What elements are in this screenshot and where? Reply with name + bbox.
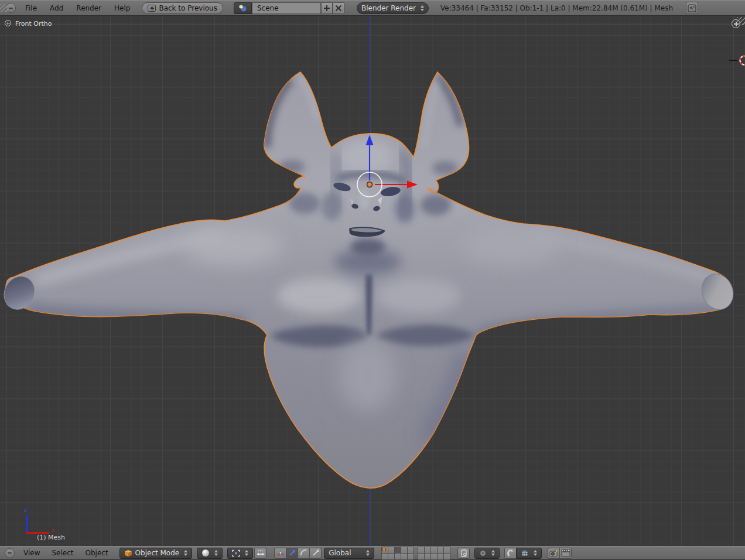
menu-add[interactable]: Add xyxy=(44,4,69,12)
scene-name-value: Scene xyxy=(257,4,279,12)
add-scene-button[interactable] xyxy=(321,2,333,14)
layer-toggle-5[interactable] xyxy=(408,547,413,553)
back-arrow-icon xyxy=(148,5,156,12)
view-name-label: Front Ortho xyxy=(15,20,52,28)
gizmo-z-axis xyxy=(26,515,28,532)
chevron-updown-icon xyxy=(491,550,495,556)
plus-icon xyxy=(323,5,330,12)
gizmo-x-label: x xyxy=(52,527,54,533)
viewport-header: View Select Object Object Mode xyxy=(0,546,745,560)
pivot-point-icon xyxy=(232,549,240,557)
back-to-previous-label: Back to Previous xyxy=(159,4,217,12)
scale-manipulator-toggle[interactable] xyxy=(309,548,322,559)
chevron-updown-icon xyxy=(184,550,187,556)
layer-toggle-17[interactable] xyxy=(425,554,430,559)
shading-sphere-icon xyxy=(201,549,210,557)
layer-toggle-15[interactable] xyxy=(408,554,413,559)
chevron-updown-icon xyxy=(366,550,370,556)
proportional-circle-icon xyxy=(479,549,487,557)
translate-manipulator-toggle[interactable] xyxy=(286,548,298,559)
scene-datablock-icon xyxy=(238,4,247,12)
cursor-3d xyxy=(729,56,745,65)
unlink-scene-button[interactable] xyxy=(333,2,344,14)
layer-toggle-11[interactable] xyxy=(382,554,388,559)
menu-object[interactable]: Object xyxy=(80,549,114,557)
layer-toggle-9[interactable] xyxy=(438,547,443,553)
lock-icon xyxy=(460,549,467,557)
pivot-point-select[interactable] xyxy=(227,548,253,559)
orientation-value: Global xyxy=(329,549,351,557)
snap-element-select[interactable] xyxy=(516,548,542,559)
menu-view[interactable]: View xyxy=(18,549,45,557)
layer-toggle-8[interactable] xyxy=(431,547,437,553)
gizmo-z-label: z xyxy=(24,507,27,513)
viewport-shading-select[interactable] xyxy=(197,548,223,559)
transform-orientation-select[interactable]: Global xyxy=(324,548,374,559)
proportional-edit-select[interactable] xyxy=(474,548,500,559)
clapperboard-icon xyxy=(561,549,570,557)
layer-toggle-18[interactable] xyxy=(431,554,437,559)
opengl-render-anim-button[interactable] xyxy=(559,548,572,559)
render-engine-select[interactable]: Blender Render xyxy=(357,2,429,14)
screen-layout-button[interactable] xyxy=(686,2,698,14)
layer-toggle-20[interactable] xyxy=(444,554,450,559)
layer-toggle-6[interactable] xyxy=(418,547,424,553)
magnet-icon xyxy=(507,549,514,557)
layers-group-1[interactable] xyxy=(381,547,414,560)
menu-select[interactable]: Select xyxy=(46,549,78,557)
layer-toggle-3[interactable] xyxy=(395,547,401,553)
rotate-arc-icon xyxy=(300,549,308,557)
blender-window: File Add Render Help Back to Previous Sc… xyxy=(0,0,745,560)
screen-layout-icon xyxy=(688,4,696,12)
snap-toggle[interactable] xyxy=(504,548,517,559)
layer-toggle-1[interactable] xyxy=(382,547,388,553)
snap-element-icon xyxy=(521,549,529,557)
cube-icon xyxy=(124,549,132,557)
object-origin-dot xyxy=(367,182,372,187)
layer-toggle-12[interactable] xyxy=(388,554,394,559)
manipulate-centers-toggle[interactable] xyxy=(254,548,266,559)
layer-toggle-10[interactable] xyxy=(444,547,450,553)
layer-toggle-7[interactable] xyxy=(425,547,430,553)
rotate-manipulator-toggle[interactable] xyxy=(298,548,310,559)
view-manipulator-icon xyxy=(5,20,11,26)
mode-value: Object Mode xyxy=(135,549,180,557)
layer-toggle-19[interactable] xyxy=(438,554,443,559)
manipulator-toggle[interactable] xyxy=(274,548,286,559)
layer-toggle-13[interactable] xyxy=(395,554,401,559)
area-corner-grip[interactable] xyxy=(0,4,8,12)
gizmo-x-axis xyxy=(26,532,49,534)
scene-browse-button[interactable] xyxy=(234,2,252,14)
chevron-updown-icon xyxy=(421,5,424,11)
scene-statistics: Ve:33464 | Fa:33152 | Ob:1-1 | La:0 | Me… xyxy=(440,4,673,12)
mode-select[interactable]: Object Mode xyxy=(119,548,193,559)
menu-help[interactable]: Help xyxy=(108,4,136,12)
editor-type-icon[interactable] xyxy=(5,548,15,558)
menu-file[interactable]: File xyxy=(19,4,43,12)
chevron-updown-icon xyxy=(245,550,248,556)
orientation-gizmo: z x xyxy=(16,511,59,541)
scale-icon xyxy=(312,549,320,557)
render-engine-value: Blender Render xyxy=(361,4,416,12)
scene-canvas[interactable] xyxy=(0,16,745,546)
axis-tripod-icon xyxy=(276,549,285,557)
opengl-render-button[interactable] xyxy=(548,548,560,559)
center-points-icon xyxy=(256,549,265,557)
layer-toggle-16[interactable] xyxy=(418,554,424,559)
back-to-previous-button[interactable]: Back to Previous xyxy=(142,2,223,14)
translate-arrow-icon xyxy=(288,549,296,557)
camera-icon xyxy=(549,549,558,557)
layer-toggle-14[interactable] xyxy=(401,554,407,559)
layers-group-2[interactable] xyxy=(418,547,450,560)
area-corner-grip[interactable] xyxy=(737,17,745,25)
layer-toggle-4[interactable] xyxy=(401,547,407,553)
close-icon xyxy=(335,5,342,12)
layer-toggle-2[interactable] xyxy=(388,547,394,553)
chevron-updown-icon xyxy=(214,550,218,556)
viewport-3d[interactable]: Front Ortho (1) Mesh z x xyxy=(0,16,745,546)
menu-render[interactable]: Render xyxy=(70,4,107,12)
info-header: File Add Render Help Back to Previous Sc… xyxy=(0,0,745,16)
chevron-updown-icon xyxy=(534,550,537,556)
scene-name-field[interactable]: Scene xyxy=(252,2,321,14)
lock-to-scene-toggle[interactable] xyxy=(457,548,470,559)
